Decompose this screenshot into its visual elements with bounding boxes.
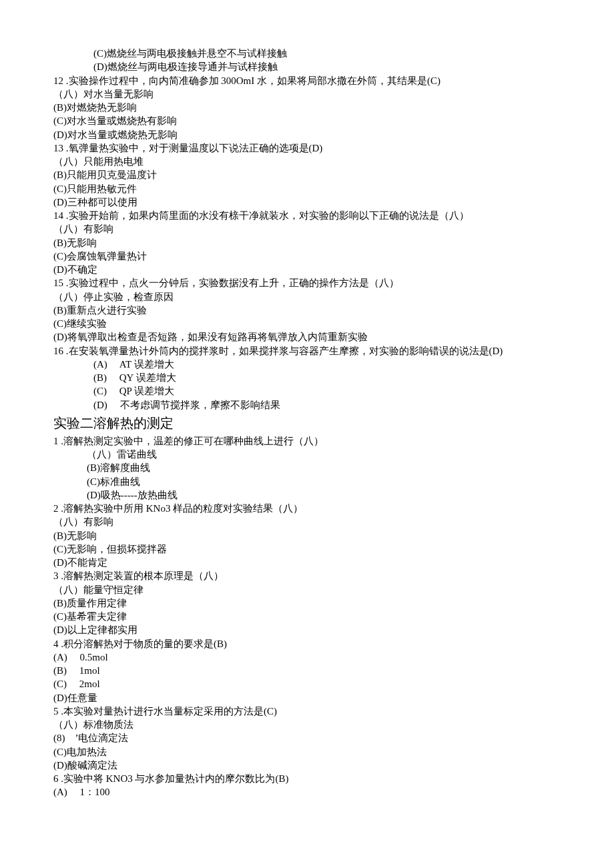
text-line: 6 .实验中将 KNO3 与水参加量热计内的摩尔数比为(B) (53, 772, 561, 785)
text-line: (D)燃烧丝与两电极连接导通并与试样接触 (53, 60, 561, 73)
text-line: (C)基希霍夫定律 (53, 610, 561, 623)
text-line: (B)溶解度曲线 (53, 461, 561, 474)
text-line: (D) 不考虑调节搅拌浆，摩擦不影响结果 (53, 398, 561, 412)
text-line: (B)重新点火进行实验 (53, 304, 561, 317)
text-line: (D)不能肯定 (53, 556, 561, 569)
text-line: (C)继续实验 (53, 317, 561, 330)
text-line: （八）雷诺曲线 (53, 448, 561, 461)
text-line: (C)标准曲线 (53, 475, 561, 488)
text-line: (A) 0.5mol (53, 650, 561, 664)
text-line: (C)电加热法 (53, 745, 561, 759)
text-line: (B)只能用贝克曼温度计 (53, 168, 561, 181)
text-line: (B)无影响 (53, 529, 561, 542)
text-line: 3 .溶解热测定装置的根本原理是（八） (53, 569, 561, 582)
text-line: (C)只能用热敏元件 (53, 182, 561, 195)
text-line: 5 .本实验对量热计进行水当量标定采用的方法是(C) (53, 705, 561, 718)
text-line: （八）能量守恒定律 (53, 583, 561, 596)
text-line: 15 .实验过程中，点火一分钟后，实验数据没有上升，正确的操作方法是（八） (53, 276, 561, 290)
text-line: (B) QY 误差增大 (53, 371, 561, 384)
text-line: （八）对水当量无影响 (53, 87, 561, 101)
text-line: (D)吸热-----放热曲线 (53, 488, 561, 502)
text-line: 13 .氧弹量热实验中，对于测量温度以下说法正确的选项是(D) (53, 141, 561, 155)
text-line: (D)将氧弹取出检查是否短路，如果没有短路再将氧弹放入内筒重新实验 (53, 330, 561, 344)
text-line: （八）有影响 (53, 515, 561, 528)
text-line: (8) ’电位滴定法 (53, 731, 561, 745)
text-line: (C)无影响，但损坏搅拌器 (53, 542, 561, 556)
text-line: (B)质量作用定律 (53, 596, 561, 610)
text-line: （八）只能用热电堆 (53, 155, 561, 168)
section-title: 实验二溶解热的测定 (53, 412, 561, 434)
text-line: 14 .实验开始前，如果内筒里面的水没有榇干净就装水，对实验的影响以下正确的说法… (53, 209, 561, 222)
text-line: (D)对水当量或燃烧热无影响 (53, 128, 561, 141)
text-line: (C) QP 误差增大 (53, 384, 561, 398)
text-line: 1 .溶解热测定实验中，温差的修正可在哪种曲线上进行（八） (53, 434, 561, 448)
text-line: (D)酸碱滴定法 (53, 759, 561, 772)
text-line: 2 .溶解热实验中所用 KNo3 样品的粒度对实验结果（八） (53, 502, 561, 515)
text-line: (B)对燃烧热无影响 (53, 101, 561, 114)
text-line: (D)以上定律都实用 (53, 623, 561, 636)
text-line: (C)燃烧丝与两电极接触并悬空不与试样接触 (53, 47, 561, 60)
text-line: (C)对水当量或燃烧热有影响 (53, 114, 561, 127)
text-line: (C) 2mol (53, 677, 561, 691)
text-line: （八）停止实验，检查原因 (53, 290, 561, 304)
text-line: 16 .在安装氧弹量热计外筒内的搅拌浆时，如果搅拌浆与容器产生摩擦，对实验的影响… (53, 344, 561, 358)
text-line: (A) AT 误差增大 (53, 358, 561, 371)
text-line: (D)三种都可以使用 (53, 195, 561, 209)
text-line: 12 .实验操作过程中，向内简准确参加 300OmI 水，如果将局部水撒在外筒，… (53, 74, 561, 87)
text-line: (C)会腐蚀氧弹量热计 (53, 250, 561, 263)
text-line: （八）标准物质法 (53, 718, 561, 731)
text-line: (B)无影响 (53, 236, 561, 250)
text-line: （八）有影响 (53, 222, 561, 236)
text-line: (A) 1：100 (53, 785, 561, 799)
text-line: (B) 1mol (53, 664, 561, 677)
text-line: 4 .积分溶解热对于物质的量的要求是(B) (53, 637, 561, 650)
text-line: (D)不确定 (53, 263, 561, 276)
text-line: (D)任意量 (53, 691, 561, 705)
